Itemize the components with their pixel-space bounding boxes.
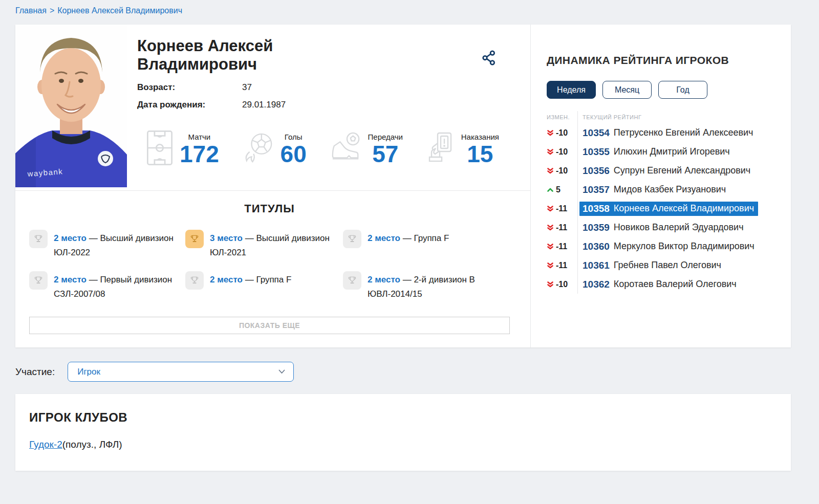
change-value: 5 <box>556 185 561 194</box>
stat-goals: Голы 60 <box>243 129 307 168</box>
rating-player-name[interactable]: Меркулов Виктор Владимирович <box>614 241 755 252</box>
club-line: Гудок-2(полуз., ЛФЛ) <box>29 439 777 450</box>
participation-selected-value: Игрок <box>77 367 278 377</box>
show-more-button[interactable]: ПОКАЗАТЬ ЕЩЕ <box>29 317 510 334</box>
stat-matches-value: 172 <box>180 142 219 166</box>
birthdate-label: Дата рождения: <box>137 100 242 110</box>
trophy-icon <box>185 230 204 248</box>
title-place-link[interactable]: 2 место <box>54 233 87 243</box>
rating-player-name[interactable]: Петрусенко Евгений Алексеевич <box>614 127 753 138</box>
stat-assists-label: Передачи <box>368 133 403 141</box>
rating-rank: 10359 <box>583 222 610 233</box>
rating-row[interactable]: -11 10361Гребнев Павел Олегович <box>547 256 782 275</box>
title-place-link[interactable]: 2 место <box>54 275 87 284</box>
change-value: -10 <box>556 128 568 138</box>
double-chevron-down-icon <box>547 281 554 288</box>
stat-matches-label: Матчи <box>180 133 219 141</box>
rating-rank: 10355 <box>583 146 610 158</box>
rating-row[interactable]: 5 10357Мидов Казбек Ризуанович <box>547 180 782 199</box>
title-place-link[interactable]: 3 место <box>210 233 243 243</box>
trophy-icon <box>343 271 361 290</box>
stat-goals-value: 60 <box>281 142 307 166</box>
title-item: 2 место — Высший дивизион ЮЛ-2022 <box>29 230 185 260</box>
change-value: -11 <box>556 242 567 251</box>
breadcrumb-separator: > <box>50 6 54 15</box>
titles-section: ТИТУЛЫ 2 место — Высший дивизион ЮЛ-2022… <box>15 190 530 347</box>
title-place-link[interactable]: 2 место <box>368 233 400 243</box>
participation-row: Участие: Игрок <box>15 362 804 382</box>
rating-row[interactable]: -11 10359Новиков Валерий Эдуардович <box>547 218 782 237</box>
title-item: 2 место — 2-й дивизион В ЮВЛ-2014/15 <box>343 271 512 301</box>
title-desc: — Группа F <box>403 233 449 243</box>
rating-heading: ДИНАМИКА РЕЙТИНГА ИГРОКОВ <box>547 54 782 67</box>
player-stats: Матчи 172 <box>146 129 499 168</box>
participation-select[interactable]: Игрок <box>68 362 294 382</box>
title-item: 2 место — Группа F <box>343 230 512 260</box>
double-chevron-down-icon <box>547 130 554 136</box>
player-profile-page: Главная>Корнеев Алексей Владимирович <box>0 0 819 471</box>
trophy-icon <box>29 271 48 290</box>
share-icon[interactable] <box>481 49 497 67</box>
rating-player-name[interactable]: Коротаев Валерий Олегович <box>614 279 737 290</box>
breadcrumb-home-link[interactable]: Главная <box>15 6 47 15</box>
rating-change: -11 <box>547 218 577 237</box>
double-chevron-down-icon <box>547 244 554 250</box>
boot-icon <box>330 130 362 167</box>
rating-player-name[interactable]: Корнеев Алексей Владимирович <box>614 203 754 214</box>
stat-goals-label: Голы <box>281 133 307 141</box>
tab-year[interactable]: Год <box>658 81 707 99</box>
rating-player-name[interactable]: Мидов Казбек Ризуанович <box>614 184 726 195</box>
tab-month[interactable]: Месяц <box>602 81 652 99</box>
rating-row[interactable]: -10 10356Супрун Евгений Александрович <box>547 161 782 180</box>
rating-panel: ДИНАМИКА РЕЙТИНГА ИГРОКОВ Неделя Месяц Г… <box>531 25 791 347</box>
trophy-icon <box>343 230 361 248</box>
rating-player-name[interactable]: Илюхин Дмитрий Игоревич <box>614 146 730 157</box>
main-card: waybank Корнеев Алексей Владимирович Воз… <box>15 25 791 347</box>
change-value: -10 <box>556 280 568 289</box>
double-chevron-down-icon <box>547 262 554 269</box>
rating-row[interactable]: -10 10355Илюхин Дмитрий Игоревич <box>547 142 782 161</box>
title-place-link[interactable]: 2 место <box>368 275 400 284</box>
rating-rank: 10356 <box>583 165 610 177</box>
rating-player-name[interactable]: Супрун Евгений Александрович <box>614 165 750 176</box>
rating-rank: 10360 <box>583 241 610 252</box>
rating-change: -10 <box>547 142 577 161</box>
rating-row[interactable]: -11 10360Меркулов Виктор Владимирович <box>547 237 782 256</box>
rating-row[interactable]: -10 10362Коротаев Валерий Олегович <box>547 275 782 294</box>
player-birthdate-row: Дата рождения: 29.01.1987 <box>137 100 357 110</box>
clubs-section: ИГРОК КЛУБОВ Гудок-2(полуз., ЛФЛ) <box>15 394 791 471</box>
change-value: -10 <box>556 166 568 176</box>
player-top-block: waybank Корнеев Алексей Владимирович Воз… <box>15 25 530 190</box>
breadcrumb-current-link[interactable]: Корнеев Алексей Владимирович <box>57 6 182 15</box>
stat-matches: Матчи 172 <box>146 129 219 168</box>
club-link[interactable]: Гудок-2 <box>29 439 62 450</box>
double-chevron-down-icon <box>547 225 554 231</box>
trophy-icon <box>29 230 48 248</box>
stat-penalties-value: 15 <box>461 142 499 166</box>
participation-label: Участие: <box>15 366 55 378</box>
double-chevron-down-icon <box>547 149 554 155</box>
player-section: waybank Корнеев Алексей Владимирович Воз… <box>15 25 531 347</box>
player-age-row: Возраст: 37 <box>137 82 357 93</box>
rating-row-selected[interactable]: -11 10358Корнеев Алексей Владимирович <box>547 199 782 218</box>
rating-player-name[interactable]: Гребнев Павел Олегович <box>614 260 721 271</box>
title-item: 3 место — Высший дивизион ЮЛ-2021 <box>185 230 343 260</box>
change-column-header: ИЗМЕН. <box>547 114 577 120</box>
rating-period-tabs: Неделя Месяц Год <box>547 81 782 99</box>
title-place-link[interactable]: 2 место <box>210 275 243 284</box>
rating-rank: 10362 <box>583 279 610 290</box>
change-value: -11 <box>556 223 567 232</box>
stat-penalties-label: Наказания <box>461 133 499 141</box>
pitch-icon <box>146 129 174 168</box>
change-value: -10 <box>556 147 568 157</box>
rating-rank: 10358 <box>583 203 610 214</box>
rating-rank: 10357 <box>583 184 610 195</box>
age-value: 37 <box>242 82 252 93</box>
titles-heading: ТИТУЛЫ <box>29 202 510 215</box>
rating-player-name[interactable]: Новиков Валерий Эдуардович <box>614 222 744 233</box>
birthdate-value: 29.01.1987 <box>242 100 286 110</box>
tab-week[interactable]: Неделя <box>547 81 596 99</box>
player-photo: waybank <box>15 25 127 187</box>
rating-change: -10 <box>547 275 577 294</box>
rating-row[interactable]: -10 10354Петрусенко Евгений Алексеевич <box>547 123 782 142</box>
